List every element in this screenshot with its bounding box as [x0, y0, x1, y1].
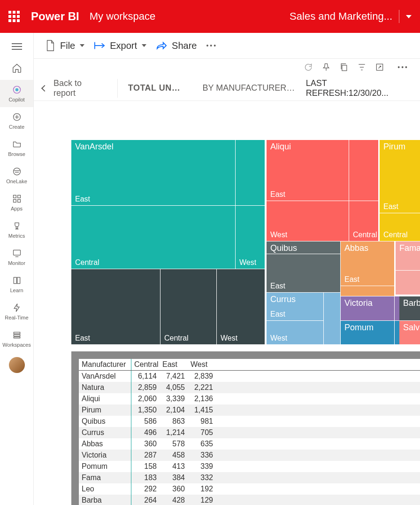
treemap-cell[interactable]: Pomum [341, 321, 394, 344]
treemap-cell[interactable]: PirumEast [380, 140, 420, 213]
visual-more-options[interactable]: ••• [393, 63, 413, 71]
rail-learn[interactable]: Learn [0, 271, 33, 298]
treemap-cell[interactable]: Barba [399, 296, 420, 320]
treemap-cell[interactable]: Victoria [341, 296, 394, 320]
rail-home[interactable] [0, 58, 33, 80]
svg-rect-4 [13, 195, 16, 198]
rail-copilot[interactable]: Copilot [0, 80, 33, 107]
filter-icon[interactable] [357, 62, 367, 72]
breadcrumb-total[interactable]: TOTAL UNI... [118, 83, 192, 93]
treemap-cell[interactable] [396, 271, 420, 295]
treemap-cell[interactable]: West [267, 321, 323, 344]
export-icon [94, 41, 105, 50]
treemap-cell[interactable]: Central [160, 269, 216, 344]
chevron-down-icon [80, 44, 84, 47]
brand-name[interactable]: Power BI [31, 10, 79, 23]
table-row[interactable]: VanArsdel6,1147,4212,839 [79, 371, 420, 382]
file-menu[interactable]: File [40, 37, 89, 54]
svg-rect-5 [17, 195, 20, 198]
treemap-cell[interactable]: Central [380, 213, 420, 241]
treemap-visual[interactable]: VanArsdelEastCentralWestNaturaEastCentra… [71, 140, 420, 345]
refresh-icon[interactable] [304, 62, 313, 72]
avatar[interactable] [9, 357, 25, 373]
nav-rail: Copilot Create Browse OneLake Apps Metri… [0, 33, 34, 505]
svg-rect-12 [342, 65, 347, 71]
monitor-icon [12, 248, 22, 258]
share-button[interactable]: Share [151, 38, 201, 54]
col-header[interactable]: Central [131, 359, 160, 370]
rail-onelake[interactable]: OneLake [0, 162, 33, 189]
table-row[interactable]: Natura2,8594,0552,221 [79, 382, 420, 393]
data-table-wrap: ManufacturerCentralEastWestVanArsdel6,11… [71, 351, 420, 505]
focus-icon[interactable] [375, 62, 384, 72]
workspace-link[interactable]: My workspace [90, 10, 156, 23]
svg-rect-9 [14, 332, 20, 334]
treemap-cell[interactable]: VanArsdelEast [71, 140, 235, 205]
plus-circle-icon [12, 112, 22, 122]
report-title[interactable]: Sales and Marketing... [290, 10, 392, 23]
table-row[interactable]: Leo292360192 [79, 483, 420, 495]
table-row[interactable]: Abbas360578635 [79, 438, 420, 450]
rail-create[interactable]: Create [0, 107, 33, 134]
table-row[interactable]: Quibus586863981 [79, 416, 420, 427]
treemap-cell[interactable]: West [236, 206, 265, 269]
svg-rect-8 [13, 250, 20, 255]
report-toolbar: File Export Share ••• [34, 33, 420, 59]
treemap-cell[interactable]: East [267, 254, 340, 292]
rail-metrics[interactable]: Metrics [0, 216, 33, 243]
app-launcher-icon[interactable] [8, 11, 20, 22]
treemap-cell[interactable] [236, 140, 265, 205]
svg-rect-7 [17, 200, 20, 202]
rail-monitor[interactable]: Monitor [0, 243, 33, 271]
treemap-cell[interactable]: East [71, 269, 160, 344]
table-row[interactable]: Fama183384332 [79, 472, 420, 483]
treemap-cell[interactable]: West [267, 201, 349, 241]
treemap-cell[interactable]: Central [71, 206, 235, 269]
treemap-cell[interactable]: Quibus [267, 241, 340, 254]
breadcrumb-manufacturer[interactable]: BY MANUFACTURER ... [192, 83, 306, 93]
apps-icon [12, 194, 22, 204]
chevron-down-icon[interactable] [406, 15, 412, 18]
separator [399, 10, 399, 23]
table-row[interactable]: Barba264428129 [79, 495, 420, 505]
svg-rect-10 [14, 334, 20, 336]
file-icon [45, 39, 55, 52]
treemap-cell[interactable]: West [217, 269, 265, 344]
rail-browse[interactable]: Browse [0, 134, 33, 162]
rail-apps[interactable]: Apps [0, 189, 33, 216]
chevron-down-icon [142, 44, 146, 47]
treemap-cell[interactable]: Salvus [399, 321, 420, 344]
treemap-cell[interactable]: AbbasEast [341, 241, 394, 286]
treemap-cell[interactable] [349, 140, 378, 201]
treemap-cell[interactable]: CurrusEast [267, 293, 323, 320]
table-row[interactable]: Currus4961,214705 [79, 427, 420, 438]
stack-icon [12, 330, 22, 340]
pin-icon[interactable] [321, 62, 331, 72]
svg-point-1 [15, 88, 18, 92]
rail-realtime[interactable]: Real-Time [0, 298, 33, 325]
table-header[interactable]: ManufacturerCentralEastWest [79, 359, 420, 371]
onelake-icon [12, 166, 22, 177]
treemap-cell[interactable]: AliquiEast [267, 140, 349, 201]
col-header[interactable]: Manufacturer [79, 359, 131, 370]
book-icon [12, 275, 22, 286]
back-to-report[interactable]: Back to report [42, 79, 118, 98]
rail-workspaces[interactable]: Workspaces [0, 325, 33, 352]
export-menu[interactable]: Export [89, 38, 151, 54]
table-row[interactable]: Pomum158413339 [79, 461, 420, 472]
global-header: Power BI My workspace Sales and Marketin… [0, 0, 420, 33]
breadcrumb: Back to report TOTAL UNI... BY MANUFACTU… [34, 76, 420, 101]
treemap-cell[interactable] [324, 293, 340, 344]
treemap-cell[interactable]: Central [349, 201, 378, 241]
treemap-cell[interactable] [341, 286, 394, 296]
more-options[interactable]: ••• [201, 42, 222, 49]
col-header[interactable]: East [160, 359, 188, 370]
data-table[interactable]: ManufacturerCentralEastWestVanArsdel6,11… [79, 359, 420, 505]
hamburger-icon[interactable] [12, 38, 22, 58]
table-row[interactable]: Victoria287458336 [79, 450, 420, 461]
copy-icon[interactable] [339, 62, 349, 72]
treemap-cell[interactable]: Fama [396, 241, 420, 270]
table-row[interactable]: Aliqui2,0603,3392,136 [79, 393, 420, 404]
col-header[interactable]: West [188, 359, 216, 370]
table-row[interactable]: Pirum1,3502,1041,415 [79, 404, 420, 416]
